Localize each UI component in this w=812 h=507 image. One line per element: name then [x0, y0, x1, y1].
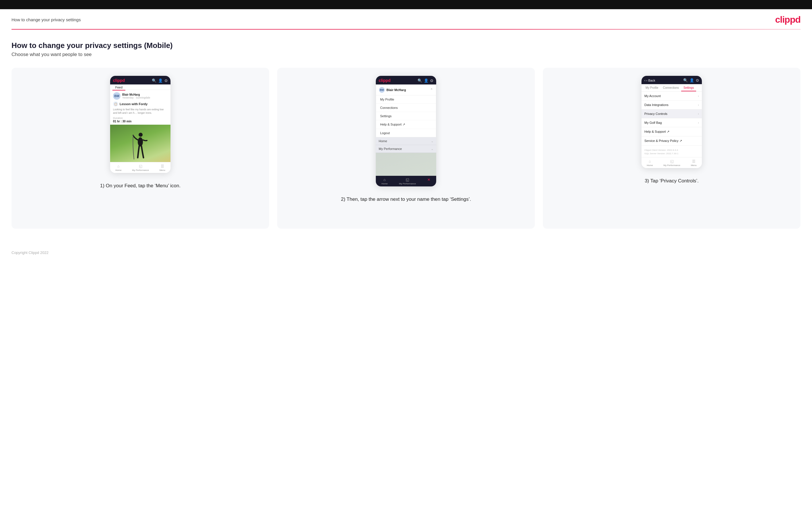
phone3-header: ‹ ‹ Back 🔍 👤 ⊙ — [642, 76, 702, 84]
svg-point-1 — [138, 137, 143, 147]
my-account-chevron: › — [698, 94, 699, 98]
setting-service-privacy-policy: Service & Privacy Policy ↗ — [642, 136, 702, 146]
dropdown-connections: Connections — [376, 104, 436, 112]
setting-data-integrations: Data Integrations › — [642, 101, 702, 109]
nav-performance-label: My Performance — [132, 169, 149, 171]
phone2-header: clippd 🔍 👤 ⊙ — [376, 76, 436, 84]
phone3-bottom-nav: ⌂ Home ◱ My Performance ☰ Menu — [642, 157, 702, 168]
p2-home-icon: ⌂ — [384, 177, 386, 182]
phone1-bottom-nav: ⌂ Home ◱ My Performance ☰ Menu — [110, 162, 170, 173]
page-heading: How to change your privacy settings (Mob… — [11, 41, 801, 50]
dropdown-my-profile: My Profile — [376, 95, 436, 104]
home-chevron: ⌄ — [431, 139, 433, 143]
page-subheading: Choose what you want people to see — [11, 52, 801, 57]
tab-settings: Settings — [681, 84, 696, 91]
duration-row: Duration 01 hr : 30 min — [110, 116, 170, 125]
phone2-bottom-nav: ⌂ Home ◱ My Performance ✕ — [376, 176, 436, 186]
setting-my-golf-bag: My Golf Bag › — [642, 118, 702, 127]
setting-privacy-controls: Privacy Controls › — [642, 109, 702, 118]
golf-image — [110, 125, 170, 162]
version-info: Clippd Client Version: 2022.8.3-3 GQL Se… — [642, 146, 702, 157]
phone2-home-item: Home ⌄ — [376, 137, 436, 145]
phone2-logo: clippd — [379, 78, 391, 83]
phone1-body: BM Blair McHarg Yesterday · Sunningdale … — [110, 90, 170, 162]
feed-tab: Feed — [112, 84, 125, 91]
phone-mockup-3: ‹ ‹ Back 🔍 👤 ⊙ My Profile Connections Se… — [642, 76, 702, 168]
feed-tab-bar: Feed — [110, 84, 170, 90]
settings-icon-2: ⊙ — [430, 78, 433, 83]
settings-list: My Account › Data Integrations › Privacy… — [642, 92, 702, 146]
search-icon-2: 🔍 — [417, 78, 422, 83]
profile-icon: 👤 — [158, 78, 163, 83]
p3-menu-icon: ☰ — [692, 159, 696, 163]
profile-icon-3: 👤 — [690, 78, 694, 82]
golfer-silhouette — [133, 132, 148, 162]
server-version: GQL Server Version: 2022.7.30-1 — [644, 152, 699, 155]
nav-performance: ◱ My Performance — [132, 164, 149, 171]
p3-nav-performance: ◱ My Performance — [663, 159, 680, 167]
step-3-caption: 3) Tap ‘Privacy Controls’. — [645, 177, 699, 185]
step-3-card: ‹ ‹ Back 🔍 👤 ⊙ My Profile Connections Se… — [543, 68, 801, 229]
lesson-title: Lesson with Fordy — [119, 102, 148, 106]
nav-home: ⌂ Home — [115, 164, 121, 171]
phone2-icons: 🔍 👤 ⊙ — [417, 78, 433, 83]
menu-icon: ☰ — [161, 164, 164, 168]
data-integrations-chevron: › — [698, 103, 699, 107]
phone-mockup-2: clippd 🔍 👤 ⊙ BM Blair McHarg ⌃ — [376, 76, 436, 186]
p3-home-icon: ⌂ — [649, 159, 651, 163]
step-1-caption: 1) On your Feed, tap the ‘Menu’ icon. — [100, 182, 181, 189]
nav-home-label: Home — [115, 169, 121, 171]
phone2-lower-section: Home ⌄ My Performance ⌄ — [376, 137, 436, 176]
phone3-tabs: My Profile Connections Settings — [642, 84, 702, 92]
header: How to change your privacy settings clip… — [0, 9, 812, 29]
footer: Copyright Clippd 2022 — [0, 246, 812, 262]
home-icon: ⌂ — [117, 164, 119, 168]
main-content: How to change your privacy settings (Mob… — [0, 30, 812, 246]
setting-help-support: Help & Support ↗ — [642, 127, 702, 136]
p2-performance-icon: ◱ — [406, 177, 409, 182]
step-2-caption: 2) Then, tap the arrow next to your name… — [341, 195, 471, 203]
svg-point-0 — [139, 133, 143, 137]
top-bar — [0, 0, 812, 9]
p2-nav-home: ⌂ Home — [382, 177, 388, 185]
search-icon: 🔍 — [152, 78, 156, 83]
dropdown-avatar: BM — [379, 87, 385, 93]
dropdown-logout: Logout — [376, 129, 436, 137]
logo: clippd — [775, 14, 801, 25]
blurred-bg — [376, 153, 436, 176]
back-button: ‹ ‹ Back — [644, 79, 655, 82]
post-description: Looking to feel like my hands are exitin… — [110, 107, 170, 116]
phone2-performance-item: My Performance ⌄ — [376, 145, 436, 153]
post-lesson-header: 📋 Lesson with Fordy — [110, 101, 170, 107]
dropdown-user-name: BM Blair McHarg — [379, 87, 406, 93]
client-version: Clippd Client Version: 2022.8.3-3 — [644, 149, 699, 152]
p3-nav-menu: ☰ Menu — [691, 159, 697, 167]
copyright: Copyright Clippd 2022 — [11, 250, 49, 255]
p3-nav-home: ⌂ Home — [647, 159, 653, 167]
performance-chevron: ⌄ — [431, 147, 433, 151]
p2-nav-performance: ◱ My Performance — [399, 177, 416, 185]
duration-value: 01 hr : 30 min — [113, 120, 168, 123]
setting-my-account: My Account › — [642, 92, 702, 101]
phone1-header: clippd 🔍 👤 ⊙ — [110, 76, 170, 84]
header-title: How to change your privacy settings — [11, 17, 81, 22]
nav-menu-label: Menu — [160, 169, 165, 171]
settings-icon-3: ⊙ — [696, 78, 699, 82]
tab-my-profile: My Profile — [643, 84, 660, 91]
back-chevron-icon: ‹ — [644, 79, 646, 82]
dropdown-chevron-up: ⌃ — [430, 88, 433, 92]
steps-row: clippd 🔍 👤 ⊙ Feed BM Blair — [11, 68, 801, 229]
privacy-controls-chevron: › — [698, 112, 699, 115]
post-name: Blair McHarg — [122, 93, 150, 96]
duration-label: Duration — [113, 117, 168, 119]
performance-icon: ◱ — [139, 164, 142, 168]
settings-icon: ⊙ — [164, 78, 168, 83]
tab-connections: Connections — [660, 84, 681, 91]
dropdown-help-support: Help & Support ↗ — [376, 120, 436, 129]
search-icon-3: 🔍 — [683, 78, 688, 82]
phone-mockup-1: clippd 🔍 👤 ⊙ Feed BM Blair — [110, 76, 170, 173]
post-meta: Blair McHarg Yesterday · Sunningdale — [122, 93, 150, 99]
avatar: BM — [113, 92, 120, 100]
my-golf-bag-chevron: › — [698, 121, 699, 124]
post-sub: Yesterday · Sunningdale — [122, 96, 150, 99]
